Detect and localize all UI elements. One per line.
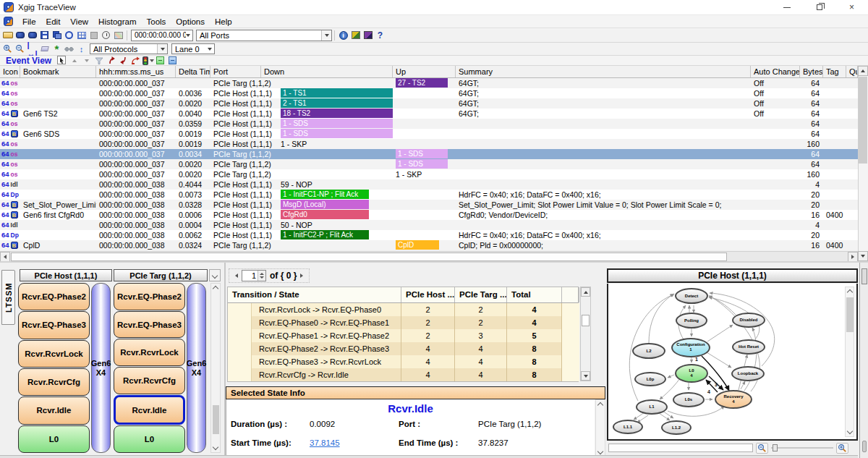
menu-item-edit[interactable]: Edit [41, 17, 66, 27]
column-header-summary[interactable]: Summary [456, 66, 751, 77]
state-node-recovery[interactable]: Recovery4 [715, 390, 752, 409]
table-horizontal-scrollbar[interactable] [0, 251, 858, 261]
state-node-l2[interactable]: L2 [632, 343, 665, 359]
tag-icon[interactable] [39, 43, 51, 54]
map-yellow-icon[interactable] [350, 30, 362, 41]
stop-icon[interactable] [88, 30, 100, 41]
transition-row[interactable]: Rcvr.EQ-Phase2 -> Rcvr.EQ-Phase3448 [228, 342, 578, 355]
info-circle-icon[interactable]: i [338, 30, 349, 41]
transition-column-0[interactable]: Transition / State [228, 287, 401, 302]
table-hscrollbar-thumb[interactable] [11, 253, 727, 261]
ports-dropdown[interactable]: All Ports [196, 30, 332, 41]
down-packet-bar[interactable]: 1 - InitFC2-P ; Flit Ack [281, 230, 369, 239]
table-row[interactable]: 64BGen6 TS2000:00:00.000_0370.0040PCIe H… [0, 109, 858, 119]
transition-row[interactable]: Rcvr.RcvrCfg -> Rcvr.Idle448 [228, 368, 578, 381]
ltssm-state-rcvr-idle[interactable]: Rcvr.Idle [114, 395, 185, 425]
menu-item-file[interactable]: File [17, 17, 41, 27]
pager-next-button[interactable] [300, 273, 303, 278]
column-header-auto-change[interactable]: Auto Change [751, 66, 800, 77]
column-header-tag[interactable]: Tag [823, 66, 846, 77]
table-row[interactable]: 64BGen6 SDS000:00:00.000_0370.0019PCIe H… [0, 129, 858, 139]
transition-row[interactable]: Rcvr.EQ-Phase0 -> Rcvr.EQ-Phase1224 [228, 316, 578, 329]
up-packet-bar[interactable]: 27 - TS2 [396, 78, 448, 88]
transition-column-1[interactable]: PCIe Host ... [401, 287, 455, 302]
transition-row[interactable]: Rcvr.EQ-Phase3 -> Rcvr.RcvrLock448 [228, 355, 578, 368]
ltssm-state-rcvr-rcvrcfg[interactable]: Rcvr.RcvrCfg [18, 368, 90, 396]
state-node-disabled[interactable]: Disabled [732, 313, 765, 328]
ltssm-state-rcvr-eq-phase3[interactable]: Rcvr.EQ-Phase3 [114, 311, 185, 339]
state-node-l0s[interactable]: L0s [673, 392, 705, 407]
state-diagram-canvas[interactable]: DetectPollingDisabledConfiguration1Hot R… [607, 284, 858, 441]
down-packet-bar[interactable]: 1 - SDS [281, 119, 393, 128]
diagram-pan-track[interactable] [608, 444, 753, 452]
ltssm-host-header[interactable]: PCIe Host (1,1,1) [20, 269, 112, 281]
down-packet-bar[interactable]: 18 - TS2 [281, 109, 393, 118]
ltssm-state-rcvr-rcvrlock[interactable]: Rcvr.RcvrLock [114, 339, 185, 366]
column-header-delta-time[interactable]: Delta Time [176, 66, 210, 77]
table-row[interactable]: 64BGen6 first CfgRd0000:00:00.000_0380.0… [0, 210, 858, 220]
open-trace-icon[interactable] [2, 30, 14, 41]
start-time-link[interactable]: 37.8145 [310, 438, 340, 447]
table-row[interactable]: 64Dp000:00:00.000_0380.0062PCIe Host (1,… [0, 230, 858, 240]
state-node-l0p[interactable]: L0p [634, 372, 666, 386]
table-row[interactable]: 64Dp000:00:00.000_0380.0073PCIe Host (1,… [0, 190, 858, 200]
menu-item-help[interactable]: Help [210, 17, 237, 27]
table-row[interactable]: 64os000:00:00.000_0370.0019PCIe Host (1,… [0, 139, 858, 149]
close-button[interactable]: × [835, 0, 868, 15]
table-row[interactable]: 64BCplD000:00:00.000_0380.0324PCIe Targ … [0, 240, 858, 250]
state-node-polling[interactable]: Polling [676, 313, 707, 328]
down-packet-bar[interactable]: 1 - SDS [281, 129, 393, 138]
ltssm-scrollbar[interactable] [210, 283, 221, 453]
transition-scroll-up[interactable] [581, 287, 590, 297]
state-node-detect[interactable]: Detect [675, 288, 708, 304]
save-as-icon[interactable] [51, 30, 63, 41]
search-binoculars-icon[interactable] [64, 43, 75, 54]
ltssm-state-rcvr-eq-phase2[interactable]: Rcvr.EQ-Phase2 [114, 283, 185, 310]
pager-previous-button[interactable] [235, 273, 238, 278]
sync-arrows-icon[interactable]: ↕ [76, 43, 88, 54]
table-row[interactable]: 64os000:00:00.000_0370.0359PCIe Host (1,… [0, 119, 858, 129]
marker-star-icon[interactable]: * [51, 43, 63, 54]
ltssm-tab[interactable]: LTSSM [1, 270, 15, 325]
down-packet-bar[interactable]: MsgD (Local) [281, 200, 369, 209]
column-header-bookmark[interactable]: Bookmark [20, 66, 96, 77]
fit-width-icon[interactable]: |↔| [27, 43, 38, 54]
table-row[interactable]: 64os000:00:00.000_0370.0020PCIe Targ (1,… [0, 169, 858, 179]
zoom-out-icon[interactable] [14, 43, 26, 54]
collapsed-panel-grip[interactable] [862, 441, 867, 452]
down-packet-bar[interactable]: 1 - InitFC1-NP ; Flit Ack [281, 190, 369, 199]
state-node-l0[interactable]: L04 [675, 364, 708, 383]
transition-table-scrollbar[interactable] [580, 287, 591, 381]
protocols-dropdown[interactable]: All Protocols [90, 43, 168, 54]
zoom-slider[interactable] [771, 444, 833, 452]
table-row[interactable]: 64Idl000:00:00.000_0380.0004PCIe Host (1… [0, 220, 858, 230]
table-scroll-right-button[interactable] [848, 252, 858, 262]
table-row[interactable]: 64Idl000:00:00.000_0380.4044PCIe Host (1… [0, 179, 858, 190]
menu-item-histogram[interactable]: Histogram [93, 17, 141, 27]
ltssm-state-rcvr-eq-phase2[interactable]: Rcvr.EQ-Phase2 [18, 283, 90, 310]
select-cursor-icon[interactable] [56, 56, 68, 65]
state-node-l1[interactable]: L1 [636, 399, 668, 415]
transition-row[interactable]: Rcvr.EQ-Phase1 -> Rcvr.EQ-Phase2235 [228, 329, 578, 342]
jump-previous-icon[interactable] [106, 56, 117, 65]
save-icon[interactable] [39, 30, 51, 41]
table-scrollbar-thumb[interactable] [859, 77, 867, 164]
table-scroll-left-button[interactable] [0, 252, 10, 262]
table-row[interactable]: 64os000:00:00.000_0370.0036PCIe Host (1,… [0, 88, 858, 98]
expand-green-icon[interactable] [155, 56, 166, 65]
ltssm-state-l0[interactable]: L0 [18, 425, 90, 453]
collapsed-panel-tab[interactable] [861, 268, 867, 284]
ltssm-targ-header[interactable]: PCIe Targ (1,1,2) [114, 269, 208, 281]
zoom-in-icon[interactable] [836, 443, 848, 454]
state-node-l1-2[interactable]: L1.2 [661, 420, 692, 435]
ltssm-header-dropdown[interactable] [209, 269, 221, 281]
table-row[interactable]: 64os000:00:00.000_0370.0020PCIe Host (1,… [0, 98, 858, 109]
transition-column-3[interactable]: Total [507, 287, 562, 302]
transition-scroll-down[interactable] [581, 371, 590, 381]
traffic-light-icon[interactable] [142, 56, 154, 65]
state-node-l1-1[interactable]: L1.1 [613, 420, 643, 434]
menu-item-view[interactable]: View [65, 17, 93, 27]
column-header-bytes[interactable]: Bytes [800, 66, 823, 77]
grid-view-icon[interactable] [76, 30, 88, 41]
transition-column-2[interactable]: PCIe Targ ... [455, 287, 507, 302]
